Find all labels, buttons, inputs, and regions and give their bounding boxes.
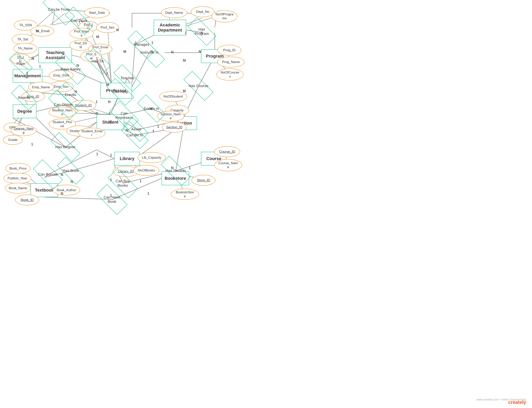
cardinality-1l: 1 xyxy=(96,152,98,156)
cardinality-1r: 1 xyxy=(147,192,149,196)
er-diagram: Teaching Assistant Professor Management … xyxy=(0,0,532,408)
cardinality-n15: N xyxy=(171,166,174,170)
cardinality-n14: N xyxy=(171,50,174,54)
attr-course-name: Course_Name xyxy=(214,159,242,171)
cardinality-n1: N xyxy=(36,29,39,33)
attr-prog-name: Prog_Name xyxy=(217,57,245,68)
cardinality-m1: M xyxy=(96,35,99,39)
cardinality-1f: 1 xyxy=(151,41,153,45)
cardinality-m5: M xyxy=(106,83,109,87)
attr-noofcourses: NoOfCourses xyxy=(216,68,244,81)
cardinality-n10: N xyxy=(96,111,98,116)
attr-course-id: Course_ID xyxy=(214,146,240,157)
cardinality-1e: 1 xyxy=(135,41,137,45)
attr-dept-no: Dept_No xyxy=(191,6,215,17)
attr-publish-year: Publish_Year xyxy=(3,173,31,184)
cardinality-n8: N xyxy=(75,90,77,94)
attr-store-id: Store_ID xyxy=(192,175,216,186)
cardinality-1m: 1 xyxy=(110,153,112,157)
cardinality-n9: N xyxy=(108,100,110,104)
cardinality-1i: 1 xyxy=(152,129,154,133)
cardinality-1p: 1 xyxy=(140,179,142,183)
cardinality-1d: 1 xyxy=(185,31,187,35)
attr-lib-capacity: Lib_Capacity xyxy=(137,152,166,163)
svg-line-18 xyxy=(108,28,111,83)
rel-has-course: Has Course xyxy=(184,72,213,100)
cardinality-n13: N xyxy=(149,107,152,111)
cardinality-1o: 1 xyxy=(110,178,112,182)
cardinality-n3: N xyxy=(32,57,34,61)
attr-prof-sex: Prof_Sex xyxy=(96,22,119,33)
attr-degree-name: Degree_Name xyxy=(11,125,36,136)
cardinality-n5: N xyxy=(201,31,203,35)
cardinality-n11: N xyxy=(108,120,111,124)
entity-library: Library xyxy=(114,152,140,166)
cardinality-1n: 1 xyxy=(189,166,191,170)
cardinality-m3: M xyxy=(183,89,186,93)
attr-noofbooks: NoOfBooks xyxy=(133,165,159,176)
cardinality-1a: 1 xyxy=(96,57,98,61)
attr-start-date: Start_Date xyxy=(84,7,110,18)
watermark-url: www.creately.com • Online Diagramming xyxy=(476,398,526,401)
entity-academic-department: AcademicDepartment xyxy=(154,20,186,35)
attr-student-email: Student_Email xyxy=(78,128,105,139)
attr-book-price: Book_Price xyxy=(5,163,31,174)
rel-instructs-in: Instructs In xyxy=(134,37,164,68)
cardinality-n4: N xyxy=(76,63,79,68)
attr-booksinstore: BooksInStore xyxy=(171,189,199,200)
cardinality-1h: 1 xyxy=(108,111,110,116)
cardinality-n7: N xyxy=(199,50,201,54)
attr-grade: Grade xyxy=(3,135,23,145)
attr-prog-id: Prog_ID xyxy=(217,45,241,56)
connections-svg xyxy=(0,0,532,408)
cardinality-1k: 1 xyxy=(31,142,33,146)
cardinality-n12: N xyxy=(126,128,128,133)
attr-book-name: Book_Name xyxy=(5,183,31,194)
cardinality-1q: 1 xyxy=(110,193,112,197)
attr-ta-email: TA_Email xyxy=(31,26,54,36)
cardinality-1c: 1 xyxy=(39,64,41,68)
cardinality-m4: M xyxy=(183,59,186,63)
cardinality-n18: N xyxy=(61,192,63,196)
attr-section-id: Section_ID xyxy=(162,122,186,133)
cardinality-n2: N xyxy=(116,28,119,32)
cardinality-1s: 1 xyxy=(106,71,108,76)
cardinality-m2: M xyxy=(123,50,126,54)
attr-book-id: Book_ID xyxy=(15,195,39,205)
cardinality-1j: 1 xyxy=(157,125,159,129)
cardinality-1g: 1 xyxy=(96,100,98,104)
cardinality-n17: N xyxy=(71,180,73,184)
cardinality-n6: N xyxy=(150,50,153,54)
attr-book-author: Book_Author xyxy=(53,185,80,196)
attr-noofprograms: NoOfPrograms xyxy=(211,10,237,23)
cardinality-n16: N xyxy=(61,173,63,177)
cardinality-1b: 1 xyxy=(26,71,28,76)
attr-dept-name: Dept_Name xyxy=(161,7,187,18)
